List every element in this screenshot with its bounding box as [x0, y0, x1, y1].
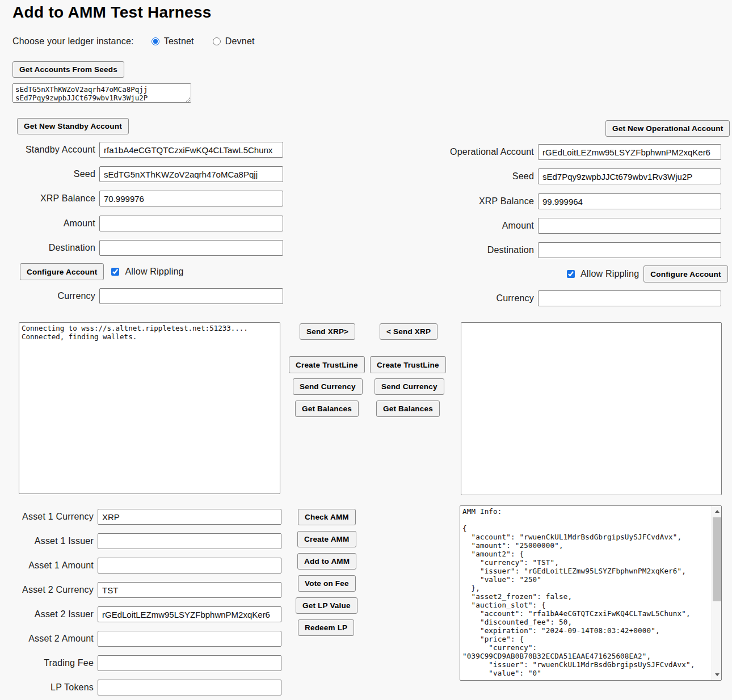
- lp-tokens-label: LP Tokens: [0, 682, 98, 693]
- get-accounts-from-seeds-button[interactable]: Get Accounts From Seeds: [12, 61, 124, 78]
- standby-results-textarea[interactable]: Connecting to wss://s.altnet.rippletest.…: [19, 322, 280, 494]
- testnet-radio[interactable]: [152, 37, 159, 45]
- operational-configure-account-button[interactable]: Configure Account: [643, 265, 727, 282]
- devnet-radio[interactable]: [213, 37, 221, 45]
- check-amm-button[interactable]: Check AMM: [298, 509, 356, 525]
- send-xrp-to-operational-button[interactable]: Send XRP>: [300, 323, 355, 340]
- scroll-up-icon[interactable]: [712, 507, 722, 516]
- redeem-lp-button[interactable]: Redeem LP: [298, 619, 354, 636]
- create-trustline-right-button[interactable]: Create TrustLine: [370, 356, 446, 373]
- send-xrp-to-standby-button[interactable]: < Send XRP: [380, 323, 437, 340]
- send-currency-right-button[interactable]: Send Currency: [375, 378, 444, 395]
- standby-destination-input[interactable]: [99, 240, 283, 256]
- add-to-amm-button[interactable]: Add to AMM: [297, 553, 356, 570]
- operational-seed-label: Seed: [438, 171, 538, 182]
- operational-allow-rippling-label: Allow Rippling: [580, 269, 639, 279]
- asset1-issuer-input[interactable]: [98, 533, 281, 549]
- operational-destination-label: Destination: [438, 245, 538, 255]
- operational-destination-input[interactable]: [538, 242, 721, 258]
- standby-account-label: Standby Account: [0, 145, 99, 155]
- amm-info-panel[interactable]: AMM Info: { "account": "rwuenCkUL1MdrBsd…: [460, 505, 722, 681]
- operational-currency-label: Currency: [438, 293, 538, 303]
- operational-results-textarea[interactable]: [461, 322, 722, 495]
- standby-destination-label: Destination: [0, 243, 99, 253]
- amm-info-scrollbar[interactable]: [712, 506, 721, 680]
- standby-currency-label: Currency: [0, 291, 99, 301]
- standby-seed-label: Seed: [0, 169, 99, 179]
- get-new-standby-account-button[interactable]: Get New Standby Account: [17, 118, 129, 134]
- standby-allow-rippling-label: Allow Rippling: [125, 267, 183, 277]
- get-lp-value-button[interactable]: Get LP Value: [296, 597, 357, 614]
- testnet-radio-label: Testnet: [164, 36, 194, 47]
- send-currency-left-button[interactable]: Send Currency: [293, 378, 363, 395]
- standby-amount-label: Amount: [0, 218, 99, 229]
- amm-info-text: AMM Info: { "account": "rwuenCkUL1MdrBsd…: [460, 506, 712, 680]
- standby-amount-input[interactable]: [99, 216, 283, 231]
- operational-allow-rippling-checkbox[interactable]: [567, 270, 575, 278]
- operational-account-label: Operational Account: [438, 147, 538, 157]
- trading-fee-input[interactable]: [98, 655, 281, 671]
- standby-allow-rippling-checkbox[interactable]: [111, 268, 119, 276]
- scroll-down-icon[interactable]: [712, 670, 722, 680]
- standby-xrp-balance-label: XRP Balance: [0, 193, 99, 204]
- operational-amount-input[interactable]: [538, 218, 721, 234]
- operational-xrp-balance-label: XRP Balance: [438, 196, 538, 206]
- standby-currency-input[interactable]: [99, 288, 283, 304]
- trading-fee-label: Trading Fee: [0, 658, 98, 668]
- standby-seed-input[interactable]: [99, 166, 283, 182]
- asset2-issuer-label: Asset 2 Issuer: [0, 609, 98, 619]
- ledger-chooser: Choose your ledger instance: Testnet Dev…: [12, 36, 255, 47]
- page-title: Add to AMM Test Harness: [12, 3, 212, 22]
- create-amm-button[interactable]: Create AMM: [297, 531, 356, 547]
- asset1-issuer-label: Asset 1 Issuer: [0, 536, 98, 546]
- operational-amount-label: Amount: [438, 221, 538, 231]
- asset2-currency-input[interactable]: [98, 582, 281, 598]
- asset2-currency-label: Asset 2 Currency: [0, 585, 98, 595]
- asset2-amount-input[interactable]: [98, 631, 281, 647]
- devnet-radio-label: Devnet: [225, 36, 255, 47]
- asset1-amount-label: Asset 1 Amount: [0, 560, 98, 571]
- standby-account-input[interactable]: [99, 142, 283, 158]
- create-trustline-left-button[interactable]: Create TrustLine: [289, 356, 365, 373]
- lp-tokens-input[interactable]: [98, 680, 281, 695]
- seeds-textarea[interactable]: sEdTG5nXThKWZoV2aqrh47oMCa8Pqjj sEd7Pqy9…: [12, 83, 191, 103]
- get-balances-right-button[interactable]: Get Balances: [376, 400, 440, 417]
- standby-xrp-balance-input[interactable]: [99, 191, 283, 206]
- asset2-issuer-input[interactable]: [98, 606, 281, 622]
- standby-configure-account-button[interactable]: Configure Account: [20, 263, 104, 280]
- asset2-amount-label: Asset 2 Amount: [0, 634, 98, 644]
- asset1-currency-label: Asset 1 Currency: [0, 512, 98, 522]
- vote-on-fee-button[interactable]: Vote on Fee: [298, 575, 356, 592]
- operational-account-input[interactable]: [538, 144, 721, 160]
- operational-seed-input[interactable]: [538, 168, 721, 184]
- ledger-chooser-label: Choose your ledger instance:: [12, 36, 134, 47]
- asset1-amount-input[interactable]: [98, 558, 281, 574]
- get-balances-left-button[interactable]: Get Balances: [295, 400, 359, 417]
- scrollbar-thumb[interactable]: [713, 517, 721, 601]
- operational-xrp-balance-input[interactable]: [538, 193, 721, 209]
- operational-currency-input[interactable]: [538, 290, 721, 306]
- get-new-operational-account-button[interactable]: Get New Operational Account: [605, 120, 730, 137]
- asset1-currency-input[interactable]: [98, 509, 281, 525]
